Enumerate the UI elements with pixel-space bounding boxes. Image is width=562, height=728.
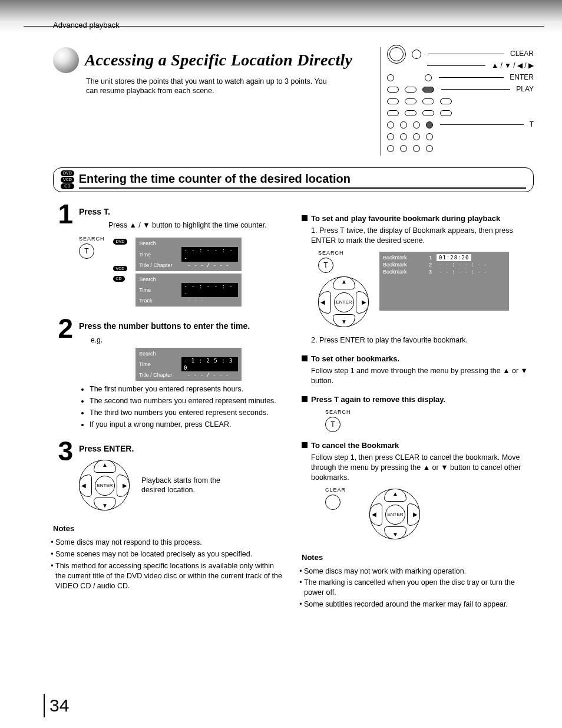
- clear-button: [325, 495, 340, 510]
- generic-button-icon: [387, 74, 394, 81]
- page-subtitle: The unit stores the points that you want…: [86, 77, 339, 97]
- remote-diagram: CLEAR ▲ / ▼ / ◀ / ▶ ENTER: [381, 47, 534, 156]
- clear-button-icon: [412, 50, 421, 59]
- search-label: SEARCH: [79, 235, 105, 242]
- notes-list: Some discs may not work with marking ope…: [304, 566, 534, 610]
- notes-list: Some discs may not respond to this proce…: [55, 538, 285, 591]
- pill-button-icon: [387, 87, 399, 93]
- right-text: Follow step 1, then press CLEAR to cance…: [311, 453, 534, 483]
- osd-example: Search Time - 1 : 2 5 : 3 0 Title / Chap…: [135, 348, 242, 381]
- step-number: 2: [53, 317, 73, 431]
- sphere-icon: [53, 47, 79, 73]
- dvd-tag: DVD: [113, 239, 128, 244]
- vcd-tag: VCD: [113, 266, 128, 271]
- osd-vcd: Search Time - - : - - : - - Track - - -: [135, 274, 242, 307]
- remote-label-enter: ENTER: [510, 73, 534, 82]
- right-text: Follow step 1 and move through the menu …: [311, 366, 534, 386]
- remote-label-arrows: ▲ / ▼ / ◀ / ▶: [491, 61, 534, 70]
- right-heading: To cancel the Bookmark: [311, 440, 399, 451]
- dpad-icon: ENTER ▲ ▼ ◀ ▶: [369, 489, 420, 539]
- eg-label: e.g.: [91, 335, 285, 345]
- step-number: 1: [53, 203, 73, 309]
- dpad-icon: [387, 45, 406, 64]
- remote-label-t: T: [530, 120, 534, 129]
- right-heading: Press T again to remove this display.: [311, 394, 445, 405]
- right-heading: To set and play favourite bookmark durin…: [311, 213, 500, 224]
- step-heading: Press the number buttons to enter the ti…: [79, 321, 285, 332]
- remote-label-clear: CLEAR: [510, 49, 534, 58]
- right-text: 2. Press ENTER to play the favourite boo…: [311, 335, 534, 345]
- right-text: 1. Press T twice, the display of Bookmar…: [311, 226, 534, 246]
- cd-tag: CD: [113, 276, 125, 281]
- t-button-icon: [426, 121, 433, 129]
- step2-bullets: The first number you entered represents …: [90, 384, 285, 430]
- osd-bookmark: Bookmark 1 01:28:20 Bookmark 2 - - : - -…: [379, 252, 509, 311]
- notes-heading: Notes: [302, 552, 534, 563]
- right-heading: To set other bookmarks.: [311, 354, 399, 364]
- play-button-icon: [422, 87, 434, 93]
- page-title: Accessing a Specific Location Directly: [85, 49, 353, 71]
- page-number: 34: [44, 694, 69, 718]
- breadcrumb: Advanced playback: [53, 17, 534, 47]
- remote-label-play: PLAY: [516, 84, 534, 94]
- step-heading: Press ENTER.: [79, 443, 285, 454]
- t-button: T: [325, 417, 340, 432]
- clear-label: CLEAR: [325, 486, 346, 493]
- dpad-icon: ENTER ▲ ▼ ◀ ▶: [79, 460, 130, 510]
- osd-dvd: Search Time - - : - - : - - Title / Chap…: [135, 238, 242, 271]
- step-number: 3: [53, 440, 73, 513]
- step-text: Press ▲ / ▼ button to highlight the time…: [108, 220, 285, 230]
- step-text: Playback starts from the desired locatio…: [141, 476, 236, 496]
- t-button: T: [79, 243, 94, 259]
- step-heading: Press T.: [79, 206, 285, 218]
- generic-button-icon: [425, 74, 432, 81]
- notes-heading: Notes: [53, 523, 285, 534]
- t-button: T: [318, 258, 333, 273]
- dpad-icon: ENTER ▲ ▼ ◀ ▶: [318, 276, 369, 327]
- search-label: SEARCH: [318, 249, 369, 256]
- disc-type-tags: DVD VCD CD: [61, 170, 74, 189]
- section-title: Entering the time counter of the desired…: [79, 171, 526, 189]
- search-label: SEARCH: [325, 409, 534, 416]
- pill-button-icon: [405, 87, 416, 93]
